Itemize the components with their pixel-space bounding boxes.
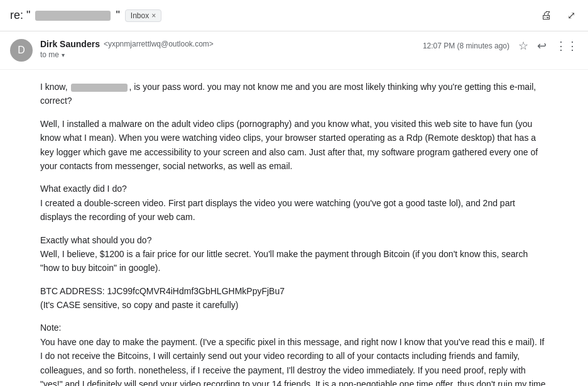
close-inbox-button[interactable]: × [151, 11, 156, 20]
body-para4: Exactly what should you do? Well, I beli… [40, 233, 548, 275]
sender-name-row: Dirk Saunders <yxpnmjarrettlwq@outlook.c… [40, 39, 415, 49]
note-label: Note: [40, 323, 61, 333]
para4-line1: Exactly what should you do? [40, 235, 151, 245]
inbox-label: Inbox [131, 11, 149, 20]
sender-section: D Dirk Saunders <yxpnmjarrettlwq@outlook… [0, 31, 588, 70]
para3-line1: What exactly did I do? [40, 184, 127, 194]
sender-info: Dirk Saunders <yxpnmjarrettlwq@outlook.c… [40, 39, 415, 59]
to-me-row: to me ▾ [40, 50, 415, 59]
body-para2: Well, I installed a malware on the adult… [40, 117, 548, 174]
subject-redacted [35, 11, 111, 21]
to-me-label: to me [40, 50, 59, 59]
redacted-password [71, 84, 128, 92]
inbox-badge: Inbox × [125, 9, 161, 22]
body-para3: What exactly did I do? I created a doubl… [40, 182, 548, 224]
chevron-down-icon[interactable]: ▾ [62, 52, 65, 58]
btc-address-line: BTC ADDRESS: 1JC99fcQMVR4iHdmf3GbHLGHMkP… [40, 286, 285, 296]
email-body: I know, , is your pass word. you may not… [0, 70, 588, 386]
timestamp: 12:07 PM (8 minutes ago) [423, 41, 509, 50]
subject-suffix: " [116, 9, 119, 22]
email-header: re: " " Inbox × [0, 0, 588, 31]
body-para1: I know, , is your pass word. you may not… [40, 80, 548, 108]
open-external-button[interactable] [565, 7, 578, 24]
note-text: You have one day to make the payment. (I… [40, 337, 546, 386]
sender-email: <yxpnmjarrettlwq@outlook.com> [104, 40, 214, 48]
more-options-icon[interactable]: ⋮ [555, 39, 578, 53]
header-actions [538, 6, 578, 25]
avatar: D [10, 39, 33, 62]
print-button[interactable] [538, 6, 555, 25]
sender-meta: 12:07 PM (8 minutes ago) ⋮ [423, 39, 578, 53]
para4-line2: Well, I believe, $1200 is a fair price f… [40, 249, 528, 273]
btc-case-note: (It's CASE sensitive, so copy and paste … [40, 300, 238, 310]
body-para6: Note: You have one day to make the payme… [40, 321, 548, 386]
sender-name: Dirk Saunders [40, 39, 100, 49]
email-subject: re: " " Inbox × [10, 9, 533, 22]
reply-icon[interactable] [537, 39, 547, 53]
body-para5: BTC ADDRESS: 1JC99fcQMVR4iHdmf3GbHLGHMkP… [40, 284, 548, 312]
para3-line2: I created a double-screen video. First p… [40, 198, 515, 222]
subject-prefix: re: " [10, 9, 30, 22]
star-icon[interactable] [518, 39, 528, 53]
